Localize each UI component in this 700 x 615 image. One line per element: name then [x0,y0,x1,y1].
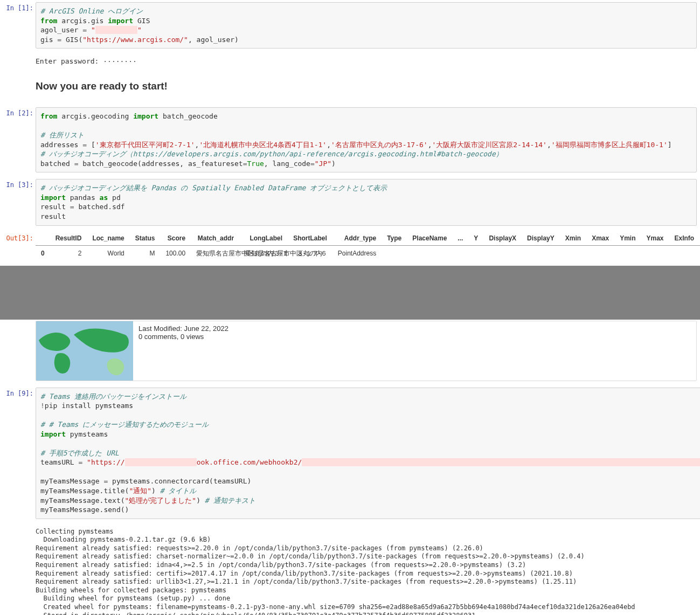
prompt-in-3: In [3]: [0,178,36,189]
stdout-9: Collecting pymsteams Downloading pymstea… [36,524,697,615]
stdout-1: Enter password: ········ [36,54,697,70]
code-area-3[interactable]: # バッチジオコーディング結果を Pandas の Spatially Enab… [36,179,697,225]
code-2: from arcgis.geocoding import batch_geoco… [36,108,696,172]
item-stats: 0 comments, 0 views [138,333,228,341]
code-1: # ArcGIS Online へログイン from arcgis.gis im… [36,3,696,48]
cell-in-2: In [2]: from arcgis.geocoding import bat… [0,105,700,177]
cell-item-card: Last Modified: June 22, 2022 0 comments,… [0,320,700,385]
item-modified: Last Modified: June 22, 2022 [138,324,228,333]
prompt-in-9: In [9]: [0,386,36,397]
dataframe-3: ResultID Loc_name Status Score Match_add… [36,231,700,261]
code-area-1[interactable]: # ArcGIS Online へログイン from arcgis.gis im… [36,2,697,49]
cell-out-1-text: Enter password: ········ [0,53,700,74]
cell-in-9: In [9]: # Teams 連絡用のパッケージをインストール !pip in… [0,385,700,523]
code-9: # Teams 連絡用のパッケージをインストール !pip install py… [36,388,700,519]
cell-in-1: In [1]: # ArcGIS Online へログイン from arcgi… [0,0,700,53]
code-3: # バッチジオコーディング結果を Pandas の Spatially Enab… [36,179,696,225]
df-idx-head [36,231,50,246]
prompt-in-2: In [2]: [0,106,36,117]
occluded-region [0,266,700,320]
prompt-out-3: Out[3]: [0,231,36,242]
item-card[interactable]: Last Modified: June 22, 2022 0 comments,… [36,321,697,381]
dataframe-table: ResultID Loc_name Status Score Match_add… [36,231,700,261]
code-area-9[interactable]: # Teams 連絡用のパッケージをインストール !pip install py… [36,388,700,519]
world-map-icon [36,321,133,381]
table-row: 0 2 World M 100.00 愛知県名古屋市中区丸の内３-１ 愛知県名古… [36,245,700,261]
item-thumbnail [36,321,133,381]
notebook: In [1]: # ArcGIS Online へログイン from arcgi… [0,0,700,615]
cell-md-1: Now you are ready to start! [0,74,700,105]
cell-in-3: In [3]: # バッチジオコーディング結果を Pandas の Spatia… [0,177,700,230]
code-area-2[interactable]: from arcgis.geocoding import batch_geoco… [36,107,697,172]
cell-stdout-9: Collecting pymsteams Downloading pymstea… [0,523,700,615]
prompt-in-1: In [1]: [0,1,36,12]
cell-out-3: Out[3]: ResultID Loc_name Status Score M… [0,230,700,266]
md-heading: Now you are ready to start! [36,80,697,92]
